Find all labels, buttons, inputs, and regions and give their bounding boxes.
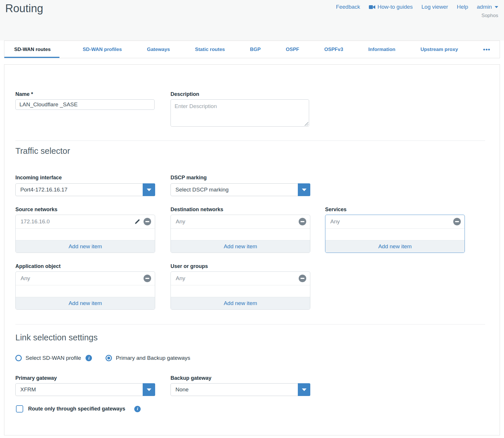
tab-ospf[interactable]: OSPF (284, 41, 301, 58)
name-label: Name * (15, 91, 33, 97)
backup-gateway-dropdown-button[interactable] (298, 383, 310, 396)
source-networks-label: Source networks (15, 207, 57, 213)
user-or-groups-add-button[interactable]: Add new item (171, 297, 310, 309)
howto-guides-link[interactable]: How-to guides (369, 4, 413, 10)
tab-sdwan-profiles[interactable]: SD-WAN profiles (81, 41, 124, 58)
user-or-groups-item: Any (171, 272, 310, 285)
edit-pencil-icon[interactable] (134, 218, 141, 225)
routing-page: Routing Feedback How-to guides Log viewe… (0, 0, 504, 438)
page-header: Routing Feedback How-to guides Log viewe… (0, 0, 504, 41)
tab-more-ellipsis[interactable]: ••• (481, 41, 492, 58)
backup-gateway-select[interactable]: None (171, 383, 310, 396)
admin-menu[interactable]: admin (477, 4, 498, 10)
user-or-groups-label: User or groups (171, 263, 208, 269)
source-networks-listbox: 172.16.16.0 Add new item (15, 215, 155, 253)
tab-static-routes[interactable]: Static routes (193, 41, 227, 58)
source-network-item-text: 172.16.16.0 (21, 218, 131, 225)
primary-gateway-dropdown-button[interactable] (143, 383, 155, 396)
user-or-groups-listbox: Any Add new item (171, 271, 310, 310)
primary-gateway-value: XFRM (16, 386, 143, 393)
video-camera-icon (369, 5, 375, 9)
info-icon[interactable]: i (134, 406, 141, 412)
route-only-checkbox[interactable] (16, 405, 23, 413)
primary-gateway-select[interactable]: XFRM (15, 383, 155, 396)
user-or-groups-item-text: Any (176, 275, 296, 282)
description-field-wrap (171, 99, 309, 127)
radio-select-sdwan-profile-label: Select SD-WAN profile (26, 355, 81, 361)
destination-networks-label: Destination networks (171, 207, 223, 213)
application-object-add-button[interactable]: Add new item (16, 297, 155, 309)
section-divider (15, 140, 485, 141)
service-item: Any (325, 215, 465, 229)
listbox-spacer (16, 285, 155, 297)
primary-gateway-label: Primary gateway (15, 375, 57, 381)
remove-item-icon[interactable] (299, 218, 306, 225)
destination-network-item-text: Any (176, 218, 296, 225)
dscp-marking-value: Select DSCP marking (171, 187, 298, 193)
description-textarea[interactable] (171, 99, 309, 127)
howto-guides-label: How-to guides (378, 4, 413, 10)
tab-upstream-proxy[interactable]: Upstream proxy (419, 41, 460, 58)
route-only-row: Route only through specified gateways i (16, 405, 141, 413)
services-add-button[interactable]: Add new item (325, 240, 465, 253)
brand-label: Sophos (481, 13, 498, 19)
remove-item-icon[interactable] (299, 275, 306, 282)
route-only-label: Route only through specified gateways (28, 406, 125, 412)
dropdown-caret-icon (147, 189, 151, 191)
listbox-spacer (16, 229, 155, 240)
admin-label: admin (477, 4, 492, 10)
info-icon[interactable]: i (86, 355, 92, 361)
services-listbox: Any Add new item (325, 215, 465, 253)
tab-ospfv3[interactable]: OSPFv3 (322, 41, 345, 58)
dscp-marking-label: DSCP marking (171, 175, 207, 181)
remove-item-icon[interactable] (453, 218, 461, 225)
link-selection-heading: Link selection settings (15, 333, 98, 342)
source-networks-add-button[interactable]: Add new item (16, 240, 155, 253)
incoming-interface-label: Incoming interface (15, 175, 62, 181)
tab-information[interactable]: Information (367, 41, 397, 58)
listbox-spacer (171, 285, 310, 297)
incoming-interface-value: Port4-172.16.16.17 (16, 187, 143, 193)
link-selection-radio-group: Select SD-WAN profile i Primary and Back… (15, 355, 190, 361)
traffic-selector-heading: Traffic selector (15, 146, 70, 156)
listbox-spacer (325, 229, 465, 240)
backup-gateway-label: Backup gateway (171, 375, 211, 381)
dropdown-caret-icon (302, 388, 307, 391)
feedback-link[interactable]: Feedback (336, 4, 360, 10)
application-object-label: Application object (15, 263, 61, 269)
sdwan-route-form-panel: Name * Description Traffic selector Inco… (4, 64, 500, 435)
remove-item-icon[interactable] (144, 275, 151, 282)
chevron-down-icon (495, 6, 498, 8)
remove-item-icon[interactable] (144, 218, 151, 225)
destination-network-item: Any (171, 215, 310, 229)
radio-primary-backup-gateways-label: Primary and Backup gateways (116, 355, 190, 361)
incoming-interface-dropdown-button[interactable] (143, 183, 155, 196)
help-link[interactable]: Help (457, 4, 468, 10)
description-label: Description (171, 91, 199, 97)
header-links: Feedback How-to guides Log viewer Help a… (336, 4, 498, 10)
destination-networks-listbox: Any Add new item (171, 215, 310, 253)
radio-select-sdwan-profile[interactable] (15, 355, 22, 361)
page-title: Routing (5, 2, 43, 15)
application-object-item: Any (16, 272, 155, 285)
dscp-marking-select[interactable]: Select DSCP marking (171, 183, 310, 196)
service-item-text: Any (330, 218, 450, 225)
name-input[interactable] (15, 99, 155, 110)
dropdown-caret-icon (302, 189, 307, 191)
source-network-item: 172.16.16.0 (16, 215, 155, 229)
tab-sdwan-routes[interactable]: SD-WAN routes (4, 41, 59, 58)
radio-primary-backup-gateways[interactable] (106, 355, 112, 361)
section-divider (15, 324, 485, 324)
tab-gateways[interactable]: Gateways (145, 41, 172, 58)
dropdown-caret-icon (147, 388, 151, 391)
destination-networks-add-button[interactable]: Add new item (171, 240, 310, 253)
application-object-listbox: Any Add new item (15, 271, 155, 310)
log-viewer-link[interactable]: Log viewer (421, 4, 448, 10)
dscp-marking-dropdown-button[interactable] (298, 183, 310, 196)
backup-gateway-value: None (171, 386, 298, 393)
incoming-interface-select[interactable]: Port4-172.16.16.17 (15, 183, 155, 196)
listbox-spacer (171, 229, 310, 240)
services-label: Services (325, 207, 347, 213)
tab-bgp[interactable]: BGP (248, 41, 262, 58)
application-object-item-text: Any (21, 275, 141, 282)
